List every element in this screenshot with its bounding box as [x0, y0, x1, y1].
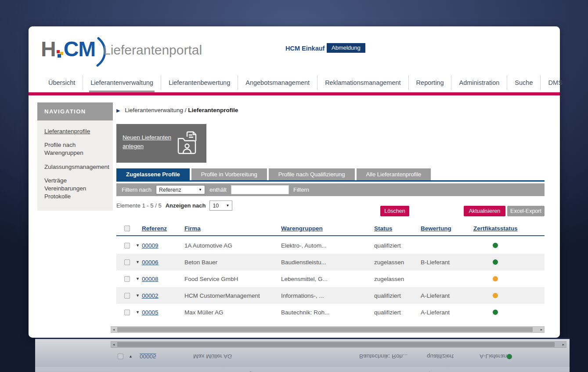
- table-header: Referenz Firma Warengruppen Status Bewer…: [116, 221, 545, 236]
- element-count: Elemente 1 - 5 / 5: [116, 202, 162, 209]
- table-row: ▼ 00002 HCM CustomerManagement Informati…: [116, 287, 545, 304]
- commodity-groups: Bautechnik: Roh...: [281, 309, 329, 316]
- expand-row-icon[interactable]: ▼: [136, 293, 140, 298]
- delete-button[interactable]: Löschen: [380, 206, 409, 216]
- expand-row-icon[interactable]: ▼: [136, 310, 140, 314]
- table-row: ▼ 00009 1A Automotive AG Elektro-, Autom…: [116, 237, 545, 254]
- scrollbar-thumb: [117, 342, 555, 347]
- filter-field-value: Referenz: [159, 187, 181, 193]
- page-size-value: 10: [213, 203, 219, 209]
- supplier-table: ▼ 00009 1A Automotive AG Elektro-, Autom…: [116, 237, 545, 321]
- select-arrow-icon: ▼: [226, 204, 229, 208]
- table-row: ▼ 00006 Beton Bauer Baudienstleistu... z…: [116, 254, 545, 270]
- sort-firma[interactable]: Firma: [184, 225, 201, 232]
- certificate-status-dot: [493, 293, 498, 298]
- reflected-scrollbar: ◄ ►: [111, 341, 566, 348]
- logo-letters-cm: CM: [64, 36, 96, 62]
- tab-profile-nach-qualifizierung[interactable]: Profile nach Qualifizierung: [269, 168, 355, 180]
- sidebar-menu: Lieferantenprofile Profile nach Warengru…: [37, 120, 113, 211]
- scroll-right-icon[interactable]: ►: [539, 327, 544, 332]
- sidebar-item-vertraege-vereinbarungen-protokolle[interactable]: Verträge Vereinbarungen Protokolle: [44, 177, 107, 201]
- expand-row-icon[interactable]: ▼: [136, 277, 140, 281]
- row-checkbox[interactable]: [124, 259, 130, 265]
- supplier-name: HCM CustomerManagement: [184, 292, 260, 299]
- sort-warengruppen[interactable]: Warengruppen: [281, 225, 323, 232]
- sort-referenz[interactable]: Referenz: [142, 225, 167, 232]
- supplier-reference-link[interactable]: 00009: [142, 242, 159, 249]
- logo-letter-h: H: [41, 36, 56, 62]
- page-size-select[interactable]: 10 ▼: [209, 201, 232, 211]
- horizontal-scrollbar[interactable]: ◄ ►: [111, 326, 545, 333]
- supplier-status: zugelassen: [374, 276, 404, 282]
- profile-tabs: Zugelassene Profile Profile in Vorbereit…: [116, 168, 431, 180]
- nav-item-dms[interactable]: DMS: [540, 75, 570, 90]
- sort-status[interactable]: Status: [374, 225, 392, 232]
- expand-row-icon[interactable]: ▼: [136, 243, 140, 248]
- certificate-status-dot: [493, 276, 498, 281]
- portal-window: H CM Lieferantenportal HCM Einkauf Abmel…: [29, 26, 560, 338]
- supplier-reference-link[interactable]: 00005: [142, 309, 159, 316]
- supplier-status: zugelassen: [374, 259, 404, 266]
- select-all-checkbox[interactable]: [124, 226, 130, 231]
- table-row: ▼ 00008 Food Service GmbH Lebensmittel, …: [116, 270, 545, 287]
- list-meta-row: Elemente 1 - 5 / 5 Anzeigen nach 10 ▼: [116, 201, 232, 211]
- supplier-reference-link[interactable]: 00008: [142, 276, 159, 282]
- supplier-reference-link[interactable]: 00006: [142, 259, 159, 266]
- commodity-groups: Informations-, ...: [281, 292, 324, 299]
- scroll-right-icon: ►: [561, 342, 566, 347]
- content-area: ▶ Lieferantenverwaltung / Lieferantenpro…: [116, 26, 545, 338]
- filter-label: Filtern nach: [122, 186, 152, 193]
- logo-color-squares-icon: [56, 36, 64, 62]
- tab-profile-in-vorbereitung[interactable]: Profile in Vorbereitung: [191, 168, 267, 180]
- supplier-status: qualifiziert: [374, 309, 401, 316]
- sidebar-item-lieferantenprofile[interactable]: Lieferantenprofile: [44, 128, 107, 135]
- sidebar-item-zulassungsmanagement[interactable]: Zulassungsmanagement: [44, 163, 107, 171]
- scroll-left-icon[interactable]: ◄: [111, 327, 116, 332]
- tab-zugelassene-profile[interactable]: Zugelassene Profile: [116, 168, 190, 180]
- supplier-rating: A-Lieferant: [421, 292, 450, 299]
- hcm-logo[interactable]: H CM: [41, 36, 108, 71]
- row-checkbox[interactable]: [124, 310, 130, 315]
- sidebar: NAVIGATION Lieferantenprofile Profile na…: [37, 102, 113, 211]
- sort-zertifikatsstatus[interactable]: Zertfikatsstatus: [473, 225, 518, 232]
- refresh-button[interactable]: Aktualisieren: [464, 206, 505, 216]
- supplier-rating: A-Lieferant: [421, 309, 450, 316]
- supplier-name: Max Müller AG: [184, 309, 224, 316]
- supplier-rating: B-Lieferant: [421, 259, 450, 266]
- breadcrumb: ▶ Lieferantenverwaltung / Lieferantenpro…: [116, 107, 238, 113]
- row-checkbox[interactable]: [124, 243, 130, 248]
- excel-export-button[interactable]: Excel-Export: [507, 206, 545, 216]
- create-supplier-tile[interactable]: Neuen Lieferanten anlegen: [116, 124, 206, 163]
- certificate-status-dot: [493, 243, 498, 248]
- supplier-status: qualifiziert: [374, 292, 401, 299]
- scroll-left-icon: ◄: [111, 342, 116, 347]
- expand-row-icon[interactable]: ▼: [136, 260, 140, 264]
- commodity-groups: Elektro-, Autom...: [281, 242, 327, 249]
- desktop-background: { "header": { "logo_h": "H", "logo_cm": …: [0, 0, 588, 372]
- create-supplier-link[interactable]: Neuen Lieferanten anlegen: [123, 133, 172, 151]
- filter-operator-label: enthält: [209, 186, 227, 193]
- filter-value-input[interactable]: [231, 185, 289, 194]
- supplier-folder-icon: [176, 131, 199, 156]
- row-checkbox[interactable]: [124, 276, 130, 282]
- supplier-reference-link[interactable]: 00002: [142, 292, 159, 299]
- supplier-name: 1A Automotive AG: [184, 242, 232, 249]
- certificate-status-dot: [493, 259, 498, 265]
- filter-submit-button[interactable]: Filtern: [293, 186, 309, 193]
- scrollbar-thumb[interactable]: [117, 327, 533, 332]
- tab-alle-lieferantenprofile[interactable]: Alle Lieferantenprofile: [357, 168, 431, 180]
- certificate-status-dot: [493, 310, 498, 315]
- commodity-groups: Baudienstleistu...: [281, 259, 326, 266]
- breadcrumb-section[interactable]: Lieferantenverwaltung: [125, 107, 183, 113]
- reflected-table-row: ▼ 00002 HCM CustomerManagement Informati…: [35, 367, 570, 372]
- nav-item-uebersicht[interactable]: Übersicht: [41, 75, 83, 90]
- commodity-groups: Lebensmittel, G...: [281, 276, 328, 282]
- breadcrumb-arrow-icon: ▶: [116, 108, 120, 113]
- reflected-table-row: ▼ 00005 Max Müller AG Bautechnik: Roh...…: [35, 348, 570, 365]
- row-checkbox[interactable]: [124, 293, 130, 299]
- sidebar-item-profile-nach-warengruppen[interactable]: Profile nach Warengruppen: [44, 141, 107, 157]
- sort-bewertung[interactable]: Bewertung: [421, 225, 451, 232]
- table-row: ▼ 00005 Max Müller AG Bautechnik: Roh...…: [116, 304, 545, 321]
- filter-bar: Filtern nach Referenz ▼ enthält Filtern: [116, 183, 545, 196]
- filter-field-select[interactable]: Referenz ▼: [156, 185, 205, 194]
